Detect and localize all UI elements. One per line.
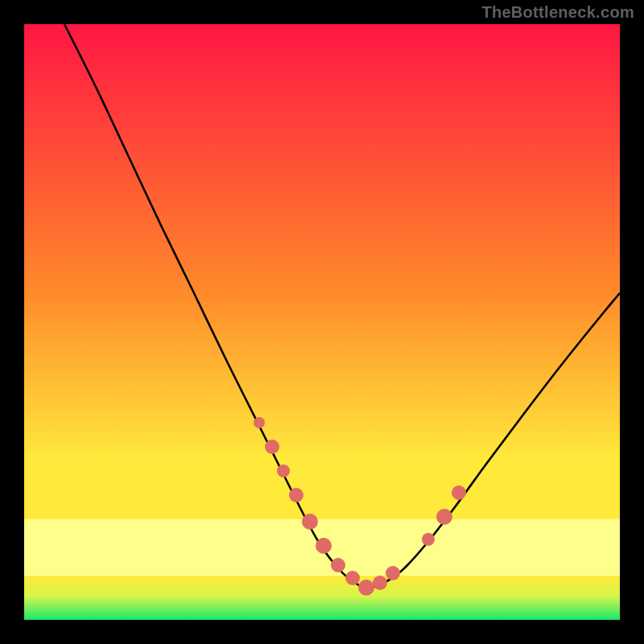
highlight-dot xyxy=(331,558,345,572)
watermark-text: TheBottleneck.com xyxy=(481,3,634,22)
plot-area xyxy=(24,24,620,620)
chart-svg xyxy=(24,24,620,620)
highlight-dot xyxy=(277,464,290,477)
highlight-dot xyxy=(386,566,400,580)
highlight-dot xyxy=(345,571,360,585)
gradient-background xyxy=(24,24,620,620)
highlight-dot xyxy=(254,417,265,428)
highlight-dot xyxy=(289,488,303,502)
highlight-dots-group xyxy=(254,417,466,596)
highlight-dot xyxy=(452,485,466,500)
chart-frame: TheBottleneck.com xyxy=(0,0,644,644)
highlight-dot xyxy=(373,576,387,590)
highlight-dot xyxy=(358,580,374,596)
highlight-dot xyxy=(302,514,318,530)
highlight-dot xyxy=(265,440,279,454)
highlight-dot xyxy=(436,509,452,525)
bottleneck-curve xyxy=(64,24,620,588)
highlight-dot xyxy=(316,538,332,554)
highlight-dot xyxy=(422,533,435,546)
